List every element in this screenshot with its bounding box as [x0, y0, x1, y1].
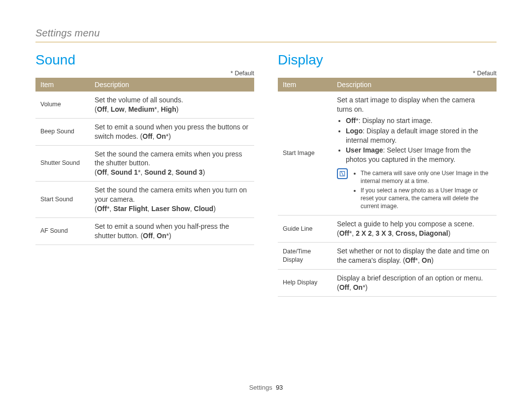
setting-item: Shutter Sound: [35, 145, 90, 182]
setting-item: Guide Line: [278, 216, 332, 243]
list-item: Off*: Display no start image.: [346, 116, 492, 125]
setting-item: AF Sound: [35, 217, 90, 245]
table-row: VolumeSet the volume of all sounds.(Off,…: [35, 92, 254, 118]
setting-item: Help Display: [278, 269, 332, 296]
setting-item: Volume: [35, 92, 90, 118]
section-title-sound: Sound: [35, 52, 254, 68]
table-row: Guide LineSelect a guide to help you com…: [278, 216, 497, 243]
sound-section: Sound * Default Item Description VolumeS…: [35, 49, 254, 297]
setting-description: Set to emit a sound when you press the b…: [90, 118, 254, 145]
setting-description: Select a guide to help you compose a sce…: [332, 216, 497, 243]
breadcrumb: Settings menu: [35, 28, 497, 42]
page: Settings menu Sound * Default Item Descr…: [0, 0, 532, 297]
default-note: * Default: [35, 70, 254, 77]
columns: Sound * Default Item Description VolumeS…: [35, 49, 497, 297]
display-section: Display * Default Item Description Start…: [278, 49, 497, 297]
setting-item: Start Sound: [35, 182, 90, 218]
setting-description: Display a brief description of an option…: [332, 269, 497, 296]
list-item: Logo: Display a default image stored in …: [346, 126, 492, 145]
setting-item: Date/Time Display: [278, 242, 332, 269]
setting-description: Set the sound the camera emits when you …: [90, 182, 254, 218]
list-item: If you select a new photo as a User Imag…: [361, 186, 492, 211]
note-box: The camera will save only one User Image…: [337, 168, 492, 211]
list-item: The camera will save only one User Image…: [361, 169, 492, 185]
table-row: Start ImageSet a start image to display …: [278, 92, 497, 216]
table-row: Beep SoundSet to emit a sound when you p…: [35, 118, 254, 145]
section-title-display: Display: [278, 52, 497, 68]
default-note: * Default: [278, 70, 497, 77]
footer-page-number: 93: [276, 384, 283, 391]
table-row: Start SoundSet the sound the camera emit…: [35, 182, 254, 218]
sound-table: Item Description VolumeSet the volume of…: [35, 78, 254, 245]
setting-description: Set the sound the camera emits when you …: [90, 145, 254, 182]
table-row: Shutter SoundSet the sound the camera em…: [35, 145, 254, 182]
setting-description: Set a start image to display when the ca…: [332, 92, 497, 216]
setting-item: Beep Sound: [35, 118, 90, 145]
col-header-description: Description: [332, 78, 497, 92]
option-list: Off*: Display no start image.Logo: Displ…: [337, 116, 492, 164]
list-item: User Image: Select User Image from the p…: [346, 146, 492, 164]
setting-item: Start Image: [278, 92, 332, 216]
page-footer: Settings 93: [0, 384, 532, 391]
setting-description: Set the volume of all sounds.(Off, Low, …: [90, 92, 254, 118]
setting-description: Set whether or not to display the date a…: [332, 242, 497, 269]
display-table: Item Description Start ImageSet a start …: [278, 78, 497, 297]
table-row: Date/Time DisplaySet whether or not to d…: [278, 242, 497, 269]
table-row: Help DisplayDisplay a brief description …: [278, 269, 497, 296]
note-icon: [337, 168, 348, 179]
col-header-item: Item: [35, 78, 90, 92]
footer-section: Settings: [249, 384, 272, 391]
col-header-description: Description: [90, 78, 254, 92]
setting-description: Set to emit a sound when you half-press …: [90, 217, 254, 245]
table-row: AF SoundSet to emit a sound when you hal…: [35, 217, 254, 245]
col-header-item: Item: [278, 78, 332, 92]
note-list: The camera will save only one User Image…: [353, 168, 492, 211]
